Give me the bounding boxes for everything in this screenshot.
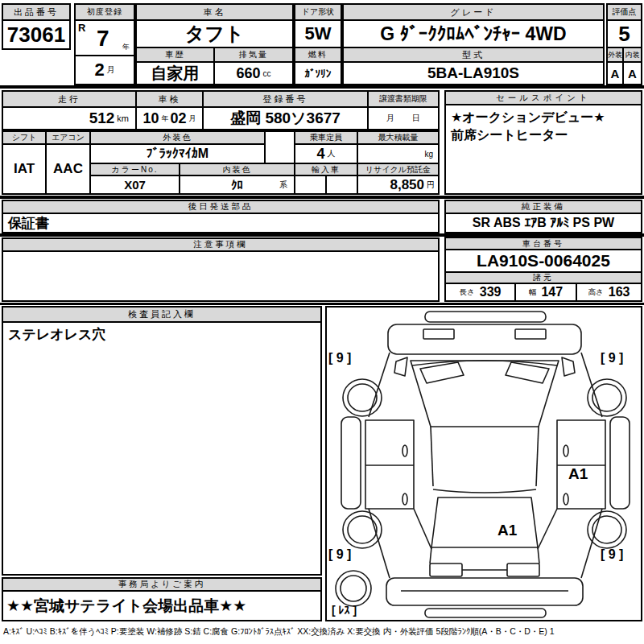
inspector-notes-value: ステレオレス穴: [3, 323, 320, 346]
sales-point-box: セールスポイント ★オークションデビュー★ 前席シートヒーター: [444, 90, 642, 195]
interior-grade-value: A: [624, 63, 641, 84]
car-diagram-box: [ 9 ] [ 9 ] [ 9 ] [ 9 ] A1 A1 [ ﾚｽ ]: [325, 306, 642, 621]
first-reg-era: R: [78, 22, 85, 34]
inspection-year: 10: [142, 110, 159, 127]
inspection-month: 02: [171, 110, 187, 127]
recycle-deposit-label: リサイクル預託金: [358, 164, 438, 176]
damage-mark-rear: A1: [497, 522, 517, 539]
color-no-label: カラーNo.: [91, 164, 180, 176]
section-divider: [0, 85, 644, 89]
exterior-color-label: 外装色: [91, 132, 266, 145]
history-label: 車歴: [137, 48, 215, 63]
first-registration-box: 初度登録 R 7 年 2 月: [74, 3, 135, 85]
mileage-value: 512: [89, 109, 115, 127]
spec-height-label: 高さ: [588, 287, 604, 298]
section-divider: [0, 303, 644, 305]
specs-label: 諸元: [446, 273, 641, 284]
car-outline-diagram: [327, 308, 641, 620]
auction-no-value: 73061: [3, 21, 69, 48]
exterior-grade-label: 外装: [608, 48, 624, 63]
inspector-notes-box: 検査員記入欄 ステレオレス穴: [2, 306, 322, 576]
exterior-color-extra-cell: [266, 132, 295, 164]
auction-sheet: 出品番号 73061 初度登録 R 7 年 2 月 車名 タフト 車歴 排気量 …: [0, 0, 644, 644]
sales-point-label: セールスポイント: [446, 92, 641, 105]
auction-no-box: 出品番号 73061: [2, 3, 71, 50]
interior-grade-label: 内装: [624, 48, 641, 63]
later-parts-box: 後日発送部品 保証書: [2, 200, 440, 233]
auction-no-label: 出品番号: [3, 5, 69, 21]
interior-color-label: 内装色: [180, 164, 295, 176]
shift-value: IAT: [3, 145, 47, 193]
interior-color-unit: 系: [279, 180, 287, 191]
door-shape-value: 5W: [295, 21, 341, 48]
color-no-value: X07: [91, 176, 180, 193]
first-reg-year: 7: [97, 26, 109, 52]
interior-color-value: ｸﾛ: [231, 178, 243, 192]
notice-box: 注意事項欄: [2, 237, 440, 302]
tire-depth-rear-right: [ 9 ]: [601, 547, 623, 562]
capacity-unit: 人: [328, 148, 336, 159]
import-label: 輸入車: [295, 164, 358, 176]
later-parts-label: 後日発送部品: [3, 201, 438, 214]
mileage-label: 走行: [3, 92, 137, 108]
tire-depth-front-right: [ 9 ]: [601, 351, 623, 365]
displacement-label: 排気量: [215, 48, 292, 63]
oem-equipment-box: 純正装備 SR ABS ｴｱB ｱﾙﾐ PS PW: [444, 200, 642, 233]
oem-equipment-label: 純正装備: [446, 201, 641, 214]
score-value: 5: [608, 21, 641, 48]
chassis-no-label: 車台番号: [446, 238, 641, 250]
first-reg-year-unit: 年: [122, 42, 130, 52]
info-row1-box: 走行 512 km 車検 10 年 02 月 登録番号 盛岡 580ソ3677 …: [2, 90, 440, 130]
car-name-label: 車名: [137, 5, 292, 21]
inspector-notes-label: 検査員記入欄: [3, 308, 320, 323]
displacement-unit: cc: [263, 69, 271, 78]
first-registration-label: 初度登録: [76, 5, 134, 21]
capacity-label: 乗車定員: [295, 132, 358, 145]
exterior-grade-value: A: [608, 63, 624, 84]
office-announcement-value: ★★宮城サテライト会場出品車★★: [3, 592, 320, 620]
spec-width-label: 幅: [529, 287, 537, 298]
spec-length-value: 339: [480, 285, 502, 299]
oem-equipment-value: SR ABS ｴｱB ｱﾙﾐ PS PW: [446, 214, 641, 232]
shift-label: シフト: [3, 132, 47, 145]
inspection-label: 車検: [137, 92, 204, 108]
car-name-value: タフト: [137, 21, 292, 48]
grade-value: G ﾀﾞｰｸｸﾛﾑﾍﾞﾝﾁｬｰ 4WD: [344, 21, 603, 48]
recycle-deposit-value: 8,850: [390, 177, 424, 193]
door-shape-label: ドア形状: [295, 5, 341, 21]
grade-label: グレード: [344, 5, 603, 21]
transfer-day-unit: 日: [412, 113, 420, 124]
fuel-label: 燃料: [295, 48, 341, 63]
spec-height-value: 163: [609, 285, 630, 299]
spare-tire-label: [ ﾚｽ ]: [332, 604, 357, 617]
section-divider: [0, 196, 644, 199]
import-value-a: [295, 176, 327, 193]
later-parts-value: 保証書: [3, 214, 438, 232]
recycle-deposit-unit: 円: [427, 180, 435, 191]
mileage-unit: km: [117, 114, 129, 123]
first-reg-month: 2: [94, 60, 104, 80]
inspection-month-unit: 月: [189, 114, 196, 124]
transfer-month-unit: 月: [386, 113, 394, 124]
spec-length-label: 長さ: [460, 287, 475, 298]
exterior-color-value: ﾌﾞﾗｯｸﾏｲｶM: [91, 145, 266, 164]
import-value-b: [327, 176, 358, 193]
chassis-no-value: LA910S-0064025: [446, 250, 641, 273]
office-announcement-box: 事務局よりご案内 ★★宮城サテライト会場出品車★★: [2, 577, 322, 621]
aircon-value: AAC: [47, 145, 91, 193]
car-name-box: 車名 タフト 車歴 排気量 自家用 660 cc: [135, 3, 294, 85]
legend-text: A:ｷｽﾞ U:ﾍｺﾐ B:ｷｽﾞを伴うﾍｺﾐ P:要塗装 W:補修跡 S:錆 …: [3, 626, 641, 638]
notice-label: 注意事項欄: [3, 239, 438, 252]
chassis-no-box: 車台番号 LA910S-0064025 諸元 長さ 339 幅 147 高さ 1…: [444, 237, 642, 302]
aircon-label: エアコン: [47, 132, 91, 145]
model-code-label: 型式: [344, 48, 603, 63]
tire-depth-rear-left: [ 9 ]: [328, 547, 351, 562]
grade-box: グレード G ﾀﾞｰｸｸﾛﾑﾍﾞﾝﾁｬｰ 4WD 型式 5BA-LA910S: [342, 3, 605, 85]
payload-unit: kg: [424, 150, 433, 159]
capacity-value: 4: [316, 146, 324, 163]
spec-width-value: 147: [541, 285, 563, 299]
info-row2-box: シフト エアコン IAT AAC 外装色 乗車定員 最大積載量 ﾌﾞﾗｯｸﾏｲｶ…: [2, 130, 440, 195]
registration-no-value: 盛岡 580ソ3677: [204, 108, 369, 129]
first-reg-month-unit: 月: [107, 64, 115, 76]
fuel-value: ｶﾞｿﾘﾝ: [295, 63, 341, 84]
